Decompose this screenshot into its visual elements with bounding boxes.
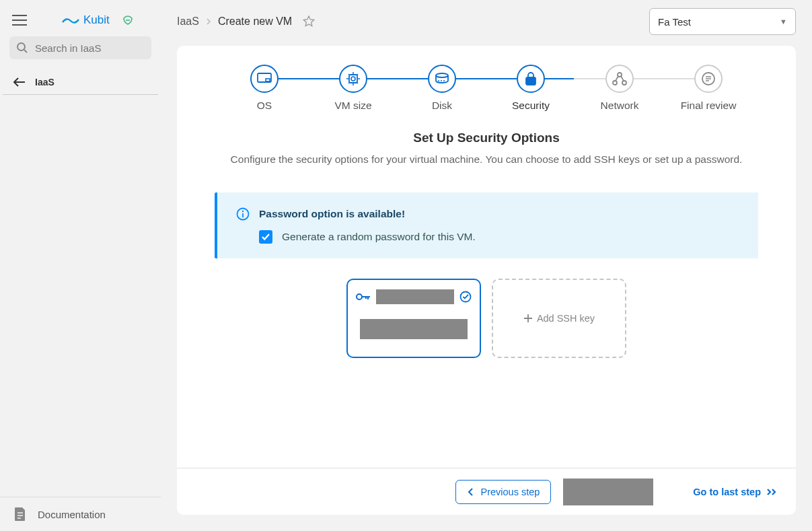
svg-point-5 bbox=[436, 73, 448, 77]
step-network[interactable]: Network bbox=[579, 65, 660, 112]
back-arrow-icon bbox=[13, 77, 26, 87]
lock-icon bbox=[525, 72, 537, 85]
add-ssh-key-button[interactable]: Add SSH key bbox=[492, 279, 626, 358]
redacted-key-name bbox=[376, 289, 454, 304]
stepper: OS VM size Disk bbox=[177, 46, 796, 118]
generate-password-checkbox-row[interactable]: Generate a random password for this VM. bbox=[259, 230, 739, 244]
check-circle-icon bbox=[459, 291, 472, 303]
redacted-next-button[interactable] bbox=[563, 479, 653, 505]
header: IaaS Create new VM Fa Test ▼ bbox=[161, 0, 812, 43]
go-to-last-step-label: Go to last step bbox=[693, 487, 761, 497]
svg-point-9 bbox=[622, 81, 626, 85]
sidebar-item-iaas[interactable]: IaaS bbox=[3, 70, 158, 95]
svg-point-12 bbox=[242, 211, 244, 212]
sidebar: Kubit IaaS Documentation bbox=[0, 0, 161, 531]
step-label: Disk bbox=[432, 100, 452, 112]
step-vm-size[interactable]: VM size bbox=[313, 65, 394, 112]
main: IaaS Create new VM Fa Test ▼ bbox=[161, 0, 812, 531]
step-label: Network bbox=[601, 100, 639, 112]
breadcrumb-current: Create new VM bbox=[218, 15, 292, 28]
content: Set Up Security Options Configure the se… bbox=[177, 118, 796, 358]
svg-point-0 bbox=[17, 43, 25, 50]
svg-point-13 bbox=[357, 294, 362, 299]
svg-point-4 bbox=[351, 77, 355, 81]
redacted-key-fingerprint bbox=[360, 319, 468, 339]
checkbox-checked-icon[interactable] bbox=[259, 230, 272, 244]
project-select[interactable]: Fa Test ▼ bbox=[649, 8, 796, 35]
step-security[interactable]: Security bbox=[490, 65, 571, 112]
page-title: Set Up Security Options bbox=[204, 131, 769, 145]
svg-rect-6 bbox=[526, 77, 536, 85]
svg-rect-3 bbox=[349, 75, 357, 83]
list-icon bbox=[702, 72, 715, 85]
svg-point-8 bbox=[613, 81, 617, 85]
step-os[interactable]: OS bbox=[224, 65, 305, 112]
sidebar-item-label: IaaS bbox=[35, 77, 54, 87]
checkbox-label: Generate a random password for this VM. bbox=[282, 231, 476, 243]
sidebar-footer-documentation[interactable]: Documentation bbox=[0, 497, 161, 531]
key-icon bbox=[356, 292, 371, 302]
info-box-title: Password option is available! bbox=[259, 208, 405, 220]
search-icon bbox=[16, 42, 28, 54]
info-box: Password option is available! Generate a… bbox=[215, 192, 758, 258]
chevron-left-icon bbox=[467, 487, 474, 497]
favorite-star-icon[interactable] bbox=[303, 15, 315, 28]
breadcrumb: IaaS Create new VM bbox=[177, 15, 315, 28]
svg-rect-1 bbox=[258, 73, 271, 82]
desktop-icon bbox=[257, 73, 272, 85]
caret-down-icon: ▼ bbox=[780, 17, 787, 26]
project-select-value: Fa Test bbox=[658, 16, 691, 28]
info-icon bbox=[236, 207, 250, 221]
hamburger-menu-icon[interactable] bbox=[12, 15, 27, 26]
ssh-key-card[interactable] bbox=[346, 279, 481, 358]
step-label: Final review bbox=[681, 100, 737, 112]
cpu-icon bbox=[346, 71, 361, 86]
breadcrumb-root[interactable]: IaaS bbox=[177, 15, 199, 28]
sidebar-footer-label: Documentation bbox=[38, 509, 106, 520]
document-icon bbox=[13, 507, 27, 522]
svg-rect-2 bbox=[266, 79, 270, 81]
step-final-review[interactable]: Final review bbox=[668, 65, 749, 112]
page-description: Configure the security options for your … bbox=[204, 153, 769, 166]
step-disk[interactable]: Disk bbox=[402, 65, 482, 112]
step-label: Security bbox=[512, 100, 550, 112]
search-input[interactable] bbox=[35, 42, 163, 54]
wizard-footer: Previous step Go to last step bbox=[177, 468, 796, 515]
add-ssh-key-label: Add SSH key bbox=[537, 313, 595, 324]
double-chevron-right-icon bbox=[766, 488, 777, 496]
disk-icon bbox=[435, 73, 449, 85]
previous-step-button[interactable]: Previous step bbox=[455, 480, 551, 504]
logo-text: Kubit bbox=[83, 13, 110, 27]
wizard-card: OS VM size Disk bbox=[177, 46, 796, 515]
wave-icon bbox=[62, 15, 79, 25]
step-label: OS bbox=[257, 100, 272, 112]
search-input-wrapper[interactable] bbox=[9, 36, 151, 59]
go-to-last-step-link[interactable]: Go to last step bbox=[693, 487, 777, 497]
secondary-logo-icon bbox=[122, 14, 134, 26]
chevron-right-icon bbox=[206, 18, 211, 25]
plus-icon bbox=[523, 314, 533, 323]
ssh-keys-area: Add SSH key bbox=[204, 279, 769, 358]
step-label: VM size bbox=[334, 100, 371, 112]
previous-step-label: Previous step bbox=[480, 487, 540, 497]
network-icon bbox=[612, 72, 627, 85]
logo[interactable]: Kubit bbox=[62, 13, 134, 27]
